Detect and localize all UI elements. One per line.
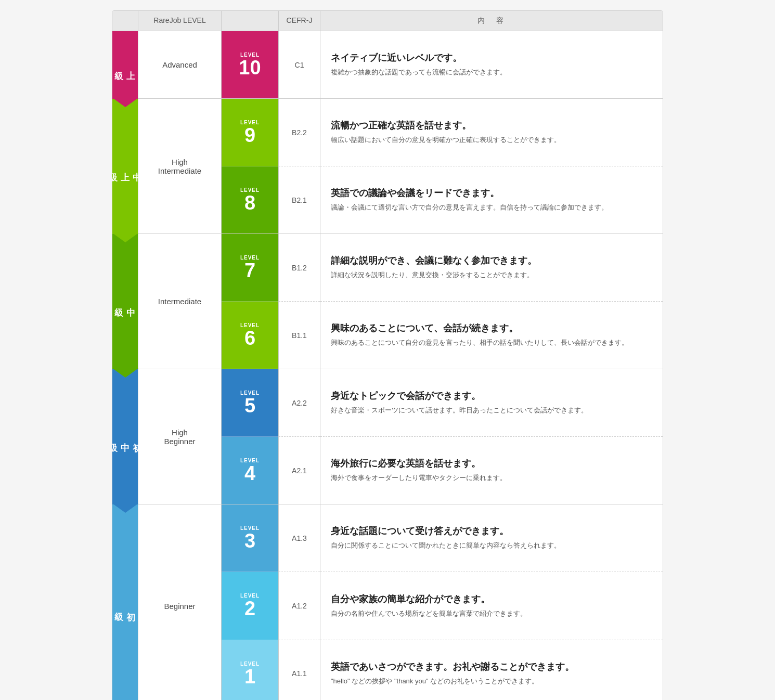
content-desc-8: 議論・会議にて適切な言い方で自分の意見を言えます。自信を持って議論に参加できます… xyxy=(331,202,652,213)
content-desc-9: 幅広い話題において自分の意見を明確かつ正確に表現することができます。 xyxy=(331,135,652,146)
chevron-shochukyu-icon xyxy=(112,503,138,513)
category-intermediate: Intermediate LEVEL 7 LEVEL 6 B1.2 B1.1 xyxy=(138,234,663,369)
sidebar-shokyu-label: 初級 xyxy=(113,605,137,607)
content-desc-6: 興味のあることについて自分の意見を言ったり、相手の話を聞いたりして、長い会話がで… xyxy=(331,338,652,348)
level-number-10: 10 xyxy=(239,58,261,77)
levels-content: Advanced LEVEL 10 C1 ネイティブに近いレベルです。 複雑かつ… xyxy=(138,31,663,700)
content-desc-2: 自分の名前や住んでいる場所などを簡単な言葉で紹介できます。 xyxy=(331,608,652,619)
content-title-1: 英語であいさつができます。お礼や謝ることができます。 xyxy=(331,660,652,673)
levels-col-high-beginner: LEVEL 5 LEVEL 4 xyxy=(222,369,279,504)
sidebar-jokyu: 上級 xyxy=(112,31,138,99)
level-number-2: 2 xyxy=(244,599,255,618)
content-title-3: 身近な話題について受け答えができます。 xyxy=(331,525,652,537)
content-desc-4: 海外で食事をオーダーしたり電車やタクシーに乗れます。 xyxy=(331,473,652,484)
chevron-jokyu-icon xyxy=(112,98,138,107)
content-cell-9: 流暢かつ正確な英語を話せます。 幅広い話題において自分の意見を明確かつ正確に表現… xyxy=(320,99,663,166)
cefr-col-beginner: A1.3 A1.2 A1.1 xyxy=(279,504,320,700)
content-title-10: ネイティブに近いレベルです。 xyxy=(331,51,652,64)
svg-marker-0 xyxy=(112,98,138,107)
svg-marker-2 xyxy=(112,368,138,378)
level-number-6: 6 xyxy=(244,328,255,348)
cefr-a22: A2.2 xyxy=(279,369,320,437)
content-title-6: 興味のあることについて、会話が続きます。 xyxy=(331,322,652,334)
level-badge-4: LEVEL 4 xyxy=(222,437,278,504)
content-desc-5: 好きな音楽・スポーツについて話せます。昨日あったことについて会話ができます。 xyxy=(331,405,652,416)
level-badge-10: LEVEL 10 xyxy=(222,31,278,98)
category-name-high-beginner: HighBeginner xyxy=(138,369,222,504)
levels-col-advanced: LEVEL 10 xyxy=(222,31,279,98)
content-cell-5: 身近なトピックで会話ができます。 好きな音楽・スポーツについて話せます。昨日あっ… xyxy=(320,369,663,437)
svg-marker-3 xyxy=(112,503,138,513)
category-advanced: Advanced LEVEL 10 C1 ネイティブに近いレベルです。 複雑かつ… xyxy=(138,31,663,99)
content-cell-6: 興味のあることについて、会話が続きます。 興味のあることについて自分の意見を言っ… xyxy=(320,302,663,369)
header-rarejob-col: RareJob LEVEL xyxy=(138,11,222,31)
table-body: 上級 中上級 中級 初中級 xyxy=(112,31,663,700)
levels-col-beginner: LEVEL 3 LEVEL 2 LEVEL 1 xyxy=(222,504,279,700)
level-badge-7: LEVEL 7 xyxy=(222,234,278,302)
content-col-high-beginner: 身近なトピックで会話ができます。 好きな音楽・スポーツについて話せます。昨日あっ… xyxy=(320,369,663,504)
content-cell-2: 自分や家族の簡単な紹介ができます。 自分の名前や住んでいる場所などを簡単な言葉で… xyxy=(320,572,663,640)
content-cell-3: 身近な話題について受け答えができます。 自分に関係することについて聞かれたときに… xyxy=(320,504,663,572)
table-header: RareJob LEVEL CEFR-J 内 容 xyxy=(112,11,663,31)
content-title-9: 流暢かつ正確な英語を話せます。 xyxy=(331,119,652,132)
content-cell-4: 海外旅行に必要な英語を話せます。 海外で食事をオーダーしたり電車やタクシーに乗れ… xyxy=(320,437,663,504)
content-col-advanced: ネイティブに近いレベルです。 複雑かつ抽象的な話題であっても流暢に会話ができます… xyxy=(320,31,663,98)
header-label-col xyxy=(112,11,138,31)
content-cell-1: 英語であいさつができます。お礼や謝ることができます。 "hello" などの挨拶… xyxy=(320,640,663,700)
content-cell-8: 英語での議論や会議をリードできます。 議論・会議にて適切な言い方で自分の意見を言… xyxy=(320,166,663,234)
content-title-2: 自分や家族の簡単な紹介ができます。 xyxy=(331,593,652,605)
levels-col-high-intermediate: LEVEL 9 LEVEL 8 xyxy=(222,99,279,234)
cefr-b22: B2.2 xyxy=(279,99,320,166)
cefr-a12: A1.2 xyxy=(279,572,320,640)
level-badge-2: LEVEL 2 xyxy=(222,572,278,640)
content-col-high-intermediate: 流暢かつ正確な英語を話せます。 幅広い話題において自分の意見を明確かつ正確に表現… xyxy=(320,99,663,234)
category-name-high-intermediate: HighIntermediate xyxy=(138,99,222,234)
content-cell-10: ネイティブに近いレベルです。 複雑かつ抽象的な話題であっても流暢に会話ができます… xyxy=(320,31,663,98)
content-title-7: 詳細な説明ができ、会議に難なく参加できます。 xyxy=(331,254,652,267)
svg-marker-1 xyxy=(112,233,138,242)
cefr-a13: A1.3 xyxy=(279,504,320,572)
level-number-4: 4 xyxy=(244,463,255,483)
content-col-beginner: 身近な話題について受け答えができます。 自分に関係することについて聞かれたときに… xyxy=(320,504,663,700)
header-cefr-col: CEFR-J xyxy=(279,11,320,31)
cefr-a11: A1.1 xyxy=(279,640,320,700)
cefr-col-advanced: C1 xyxy=(279,31,320,98)
cefr-c1: C1 xyxy=(279,31,320,98)
content-title-4: 海外旅行に必要な英語を話せます。 xyxy=(331,457,652,470)
level-number-3: 3 xyxy=(244,531,255,551)
sidebar-chujokyu: 中上級 xyxy=(112,99,138,234)
content-desc-10: 複雑かつ抽象的な話題であっても流暢に会話ができます。 xyxy=(331,67,652,78)
content-title-8: 英語での議論や会議をリードできます。 xyxy=(331,187,652,199)
sidebar-chukyu: 中級 xyxy=(112,234,138,369)
content-desc-3: 自分に関係することについて聞かれたときに簡単な内容なら答えられます。 xyxy=(331,540,652,551)
content-desc-7: 詳細な状況を説明したり、意見交換・交渉をすることができます。 xyxy=(331,270,652,281)
cefr-col-intermediate: B1.2 B1.1 xyxy=(279,234,320,369)
content-cell-7: 詳細な説明ができ、会議に難なく参加できます。 詳細な状況を説明したり、意見交換・… xyxy=(320,234,663,302)
level-number-1: 1 xyxy=(244,667,255,686)
category-high-intermediate: HighIntermediate LEVEL 9 LEVEL 8 B2.2 B2… xyxy=(138,99,663,234)
cefr-col-high-beginner: A2.2 A2.1 xyxy=(279,369,320,504)
level-number-8: 8 xyxy=(244,193,255,213)
level-badge-9: LEVEL 9 xyxy=(222,99,278,166)
level-number-9: 9 xyxy=(244,125,255,145)
chevron-chukyu-icon xyxy=(112,368,138,378)
category-name-intermediate: Intermediate xyxy=(138,234,222,369)
cefr-b11: B1.1 xyxy=(279,302,320,369)
level-badge-3: LEVEL 3 xyxy=(222,504,278,572)
content-title-5: 身近なトピックで会話ができます。 xyxy=(331,390,652,402)
cefr-b21: B2.1 xyxy=(279,166,320,234)
level-badge-6: LEVEL 6 xyxy=(222,302,278,369)
category-sidebar: 上級 中上級 中級 初中級 xyxy=(112,31,138,700)
level-badge-5: LEVEL 5 xyxy=(222,369,278,437)
category-name-advanced: Advanced xyxy=(138,31,222,98)
cefr-a21: A2.1 xyxy=(279,437,320,504)
cefr-col-high-intermediate: B2.2 B2.1 xyxy=(279,99,320,234)
sidebar-shokyu: 初級 xyxy=(112,504,138,700)
content-desc-1: "hello" などの挨拶や "thank you" などのお礼をいうことができ… xyxy=(331,676,652,687)
header-level-col xyxy=(222,11,279,31)
sidebar-jokyu-label: 上級 xyxy=(113,64,137,66)
sidebar-chukyu-label: 中級 xyxy=(113,301,137,303)
category-name-beginner: Beginner xyxy=(138,504,222,700)
sidebar-shochukyu-label: 初中級 xyxy=(112,436,143,438)
levels-col-intermediate: LEVEL 7 LEVEL 6 xyxy=(222,234,279,369)
